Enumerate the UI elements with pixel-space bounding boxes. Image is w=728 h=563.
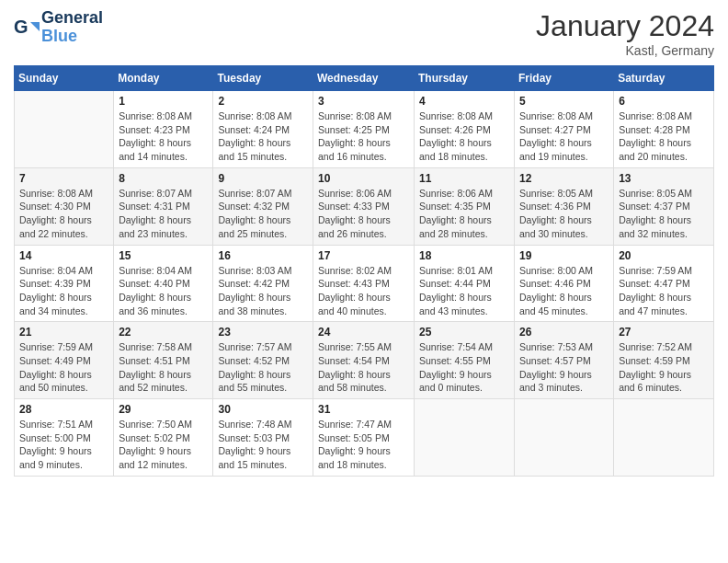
calendar-cell: 29Sunrise: 7:50 AM Sunset: 5:02 PM Dayli… — [114, 399, 213, 477]
day-number: 30 — [218, 403, 308, 416]
calendar-cell: 11Sunrise: 8:06 AM Sunset: 4:35 PM Dayli… — [415, 167, 515, 245]
calendar-cell: 3Sunrise: 8:08 AM Sunset: 4:25 PM Daylig… — [313, 91, 415, 168]
day-info: Sunrise: 8:04 AM Sunset: 4:40 PM Dayligh… — [119, 264, 208, 318]
day-number: 14 — [19, 249, 108, 262]
day-number: 12 — [519, 172, 609, 185]
day-number: 15 — [119, 249, 208, 262]
day-number: 16 — [218, 249, 308, 262]
day-number: 26 — [519, 326, 609, 339]
calendar-cell: 16Sunrise: 8:03 AM Sunset: 4:42 PM Dayli… — [213, 245, 313, 322]
calendar-cell: 14Sunrise: 8:04 AM Sunset: 4:39 PM Dayli… — [15, 245, 114, 322]
day-info: Sunrise: 8:04 AM Sunset: 4:39 PM Dayligh… — [19, 264, 108, 318]
calendar-cell: 31Sunrise: 7:47 AM Sunset: 5:05 PM Dayli… — [313, 399, 415, 477]
day-info: Sunrise: 8:08 AM Sunset: 4:30 PM Dayligh… — [19, 187, 108, 241]
calendar-cell: 12Sunrise: 8:05 AM Sunset: 4:36 PM Dayli… — [515, 167, 614, 245]
calendar-cell — [15, 91, 114, 168]
day-number: 3 — [318, 95, 409, 108]
calendar-cell: 2Sunrise: 8:08 AM Sunset: 4:24 PM Daylig… — [213, 91, 313, 168]
calendar-cell: 22Sunrise: 7:58 AM Sunset: 4:51 PM Dayli… — [114, 322, 213, 399]
day-info: Sunrise: 7:57 AM Sunset: 4:52 PM Dayligh… — [218, 340, 308, 395]
day-info: Sunrise: 8:07 AM Sunset: 4:32 PM Dayligh… — [218, 187, 308, 241]
col-sunday: Sunday — [15, 66, 114, 91]
day-number: 11 — [419, 172, 509, 185]
week-row-4: 21Sunrise: 7:59 AM Sunset: 4:49 PM Dayli… — [15, 322, 714, 399]
day-number: 9 — [218, 172, 308, 185]
day-number: 31 — [318, 403, 409, 416]
day-number: 21 — [19, 326, 108, 339]
day-info: Sunrise: 8:08 AM Sunset: 4:25 PM Dayligh… — [318, 109, 409, 164]
day-number: 6 — [619, 95, 709, 108]
week-row-3: 14Sunrise: 8:04 AM Sunset: 4:39 PM Dayli… — [15, 245, 714, 322]
svg-text:G: G — [14, 17, 28, 37]
day-number: 7 — [19, 172, 108, 185]
calendar-cell: 6Sunrise: 8:08 AM Sunset: 4:28 PM Daylig… — [614, 91, 714, 168]
calendar-table: Sunday Monday Tuesday Wednesday Thursday… — [14, 65, 714, 477]
day-info: Sunrise: 7:47 AM Sunset: 5:05 PM Dayligh… — [318, 418, 409, 472]
calendar-cell: 17Sunrise: 8:02 AM Sunset: 4:43 PM Dayli… — [313, 245, 415, 322]
day-number: 1 — [119, 95, 208, 108]
day-info: Sunrise: 7:53 AM Sunset: 4:57 PM Dayligh… — [519, 340, 609, 395]
page-container: G General Blue January 2024 Kastl, Germa… — [0, 0, 728, 486]
day-number: 18 — [419, 249, 509, 262]
day-number: 22 — [119, 326, 208, 339]
day-info: Sunrise: 8:05 AM Sunset: 4:36 PM Dayligh… — [519, 187, 609, 241]
day-info: Sunrise: 8:06 AM Sunset: 4:33 PM Dayligh… — [318, 187, 409, 241]
calendar-cell: 15Sunrise: 8:04 AM Sunset: 4:40 PM Dayli… — [114, 245, 213, 322]
month-title: January 2024 — [536, 9, 714, 43]
calendar-cell: 7Sunrise: 8:08 AM Sunset: 4:30 PM Daylig… — [15, 167, 114, 245]
calendar-cell: 21Sunrise: 7:59 AM Sunset: 4:49 PM Dayli… — [15, 322, 114, 399]
calendar-cell: 28Sunrise: 7:51 AM Sunset: 5:00 PM Dayli… — [15, 399, 114, 477]
day-info: Sunrise: 8:07 AM Sunset: 4:31 PM Dayligh… — [119, 187, 208, 241]
title-area: January 2024 Kastl, Germany — [536, 9, 714, 58]
day-info: Sunrise: 7:55 AM Sunset: 4:54 PM Dayligh… — [318, 340, 409, 395]
calendar-cell: 20Sunrise: 7:59 AM Sunset: 4:47 PM Dayli… — [614, 245, 714, 322]
calendar-cell: 30Sunrise: 7:48 AM Sunset: 5:03 PM Dayli… — [213, 399, 313, 477]
day-number: 17 — [318, 249, 409, 262]
logo: G General Blue — [14, 9, 103, 46]
day-number: 2 — [218, 95, 308, 108]
svg-marker-1 — [30, 22, 40, 31]
day-info: Sunrise: 8:05 AM Sunset: 4:37 PM Dayligh… — [619, 187, 709, 241]
day-info: Sunrise: 7:50 AM Sunset: 5:02 PM Dayligh… — [119, 418, 208, 472]
day-number: 4 — [419, 95, 509, 108]
day-number: 29 — [119, 403, 208, 416]
week-row-2: 7Sunrise: 8:08 AM Sunset: 4:30 PM Daylig… — [15, 167, 714, 245]
day-info: Sunrise: 7:54 AM Sunset: 4:55 PM Dayligh… — [419, 340, 509, 395]
day-info: Sunrise: 7:52 AM Sunset: 4:59 PM Dayligh… — [619, 340, 709, 395]
day-number: 23 — [218, 326, 308, 339]
day-info: Sunrise: 8:02 AM Sunset: 4:43 PM Dayligh… — [318, 264, 409, 318]
logo-icon: G — [14, 15, 40, 40]
day-info: Sunrise: 8:08 AM Sunset: 4:27 PM Dayligh… — [519, 109, 609, 164]
col-tuesday: Tuesday — [213, 66, 313, 91]
calendar-cell: 1Sunrise: 8:08 AM Sunset: 4:23 PM Daylig… — [114, 91, 213, 168]
day-number: 19 — [519, 249, 609, 262]
calendar-cell: 23Sunrise: 7:57 AM Sunset: 4:52 PM Dayli… — [213, 322, 313, 399]
calendar-cell: 26Sunrise: 7:53 AM Sunset: 4:57 PM Dayli… — [515, 322, 614, 399]
week-row-5: 28Sunrise: 7:51 AM Sunset: 5:00 PM Dayli… — [15, 399, 714, 477]
day-info: Sunrise: 8:01 AM Sunset: 4:44 PM Dayligh… — [419, 264, 509, 318]
location: Kastl, Germany — [536, 43, 714, 58]
day-info: Sunrise: 8:06 AM Sunset: 4:35 PM Dayligh… — [419, 187, 509, 241]
day-number: 20 — [619, 249, 709, 262]
calendar-cell — [515, 399, 614, 477]
day-number: 25 — [419, 326, 509, 339]
week-row-1: 1Sunrise: 8:08 AM Sunset: 4:23 PM Daylig… — [15, 91, 714, 168]
day-number: 8 — [119, 172, 208, 185]
calendar-header-row: Sunday Monday Tuesday Wednesday Thursday… — [15, 66, 714, 91]
calendar-cell: 19Sunrise: 8:00 AM Sunset: 4:46 PM Dayli… — [515, 245, 614, 322]
day-number: 5 — [519, 95, 609, 108]
day-number: 27 — [619, 326, 709, 339]
calendar-cell: 10Sunrise: 8:06 AM Sunset: 4:33 PM Dayli… — [313, 167, 415, 245]
day-info: Sunrise: 7:51 AM Sunset: 5:00 PM Dayligh… — [19, 418, 108, 472]
day-info: Sunrise: 8:08 AM Sunset: 4:28 PM Dayligh… — [619, 109, 709, 164]
calendar-cell — [614, 399, 714, 477]
calendar-cell: 27Sunrise: 7:52 AM Sunset: 4:59 PM Dayli… — [614, 322, 714, 399]
day-info: Sunrise: 8:08 AM Sunset: 4:26 PM Dayligh… — [419, 109, 509, 164]
day-info: Sunrise: 8:08 AM Sunset: 4:23 PM Dayligh… — [119, 109, 208, 164]
calendar-cell: 24Sunrise: 7:55 AM Sunset: 4:54 PM Dayli… — [313, 322, 415, 399]
col-wednesday: Wednesday — [313, 66, 415, 91]
calendar-cell — [415, 399, 515, 477]
calendar-cell: 25Sunrise: 7:54 AM Sunset: 4:55 PM Dayli… — [415, 322, 515, 399]
col-thursday: Thursday — [415, 66, 515, 91]
day-info: Sunrise: 7:59 AM Sunset: 4:47 PM Dayligh… — [619, 264, 709, 318]
